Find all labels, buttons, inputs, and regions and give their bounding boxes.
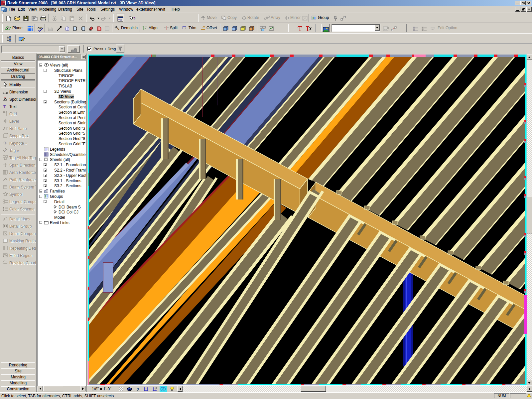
svg-text:T: T (3, 104, 6, 109)
svg-text:1: 1 (5, 142, 6, 145)
svg-text:0: 0 (137, 387, 139, 391)
svg-text:ABC: ABC (38, 26, 44, 29)
svg-text:?: ? (133, 16, 136, 21)
svg-text:1: 1 (5, 149, 6, 152)
